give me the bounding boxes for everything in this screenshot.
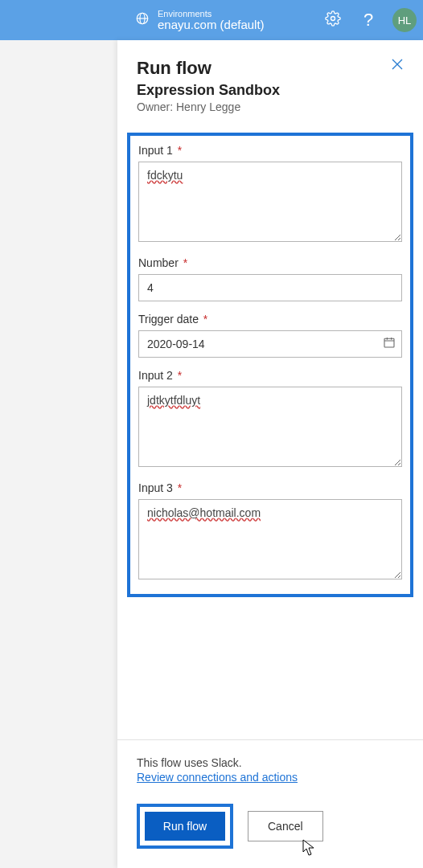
input3-textarea[interactable]: nicholas@hotmail.com	[138, 499, 402, 579]
avatar-initials: HL	[398, 14, 412, 27]
field-label: Trigger date *	[138, 313, 402, 326]
trigger-date-input[interactable]	[138, 330, 402, 358]
svg-point-2	[331, 17, 335, 21]
field-input3: Input 3 * nicholas@hotmail.com	[138, 481, 402, 583]
avatar[interactable]: HL	[392, 8, 417, 32]
close-icon	[391, 58, 404, 75]
settings-button[interactable]	[318, 6, 347, 35]
close-button[interactable]	[388, 56, 407, 76]
panel-footer: This flow uses Slack. Review connections…	[117, 739, 423, 868]
flow-name: Expression Sandbox	[137, 82, 404, 99]
panel-title: Run flow	[137, 58, 404, 79]
field-number: Number *	[138, 256, 402, 301]
field-input1: Input 1 * fdckytu	[138, 144, 402, 245]
environment-name: enayu.com (default)	[158, 18, 265, 32]
globe-icon	[135, 11, 150, 29]
field-input2: Input 2 * jdtkytfdluyt	[138, 369, 402, 470]
environment-label: Environments	[158, 9, 265, 18]
gear-icon	[325, 10, 341, 30]
field-label: Input 2 *	[138, 369, 402, 382]
review-connections-link[interactable]: Review connections and actions	[137, 771, 298, 784]
field-trigger-date: Trigger date *	[138, 313, 402, 358]
inputs-form: Input 1 * fdckytu Number * Trigger date …	[127, 133, 413, 597]
field-label: Number *	[138, 256, 402, 269]
input2-textarea[interactable]: jdtkytfdluyt	[138, 387, 402, 467]
field-label: Input 3 *	[138, 481, 402, 494]
flow-owner: Owner: Henry Legge	[137, 100, 404, 113]
question-icon: ?	[363, 10, 373, 31]
input1-textarea[interactable]: fdckytu	[138, 162, 402, 242]
cancel-button[interactable]: Cancel	[248, 811, 323, 841]
top-bar: Environments enayu.com (default) ? HL	[0, 0, 423, 40]
run-flow-panel: Run flow Expression Sandbox Owner: Henry…	[117, 40, 423, 868]
panel-header: Run flow Expression Sandbox Owner: Henry…	[117, 40, 423, 121]
uses-text: This flow uses Slack.	[137, 756, 404, 769]
run-flow-button[interactable]: Run flow	[145, 812, 225, 841]
run-button-highlight: Run flow	[137, 804, 233, 849]
help-button[interactable]: ?	[354, 6, 383, 35]
environment-selector[interactable]: Environments enayu.com (default)	[135, 9, 265, 32]
number-input[interactable]	[138, 274, 402, 301]
field-label: Input 1 *	[138, 144, 402, 157]
